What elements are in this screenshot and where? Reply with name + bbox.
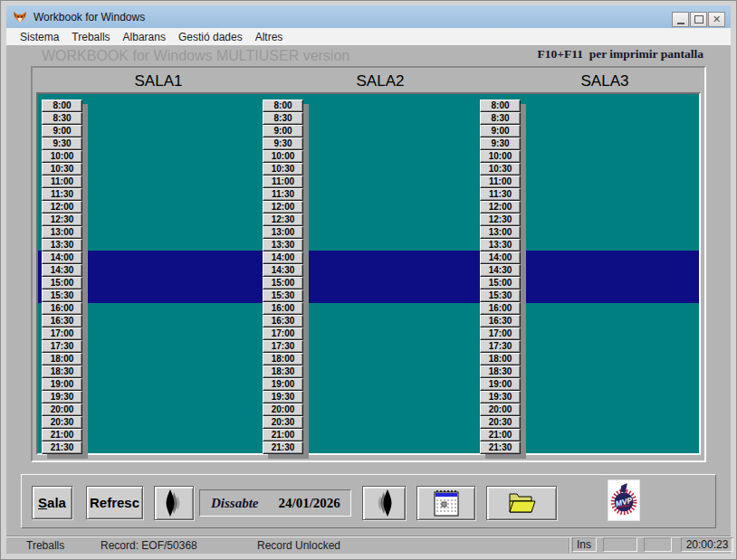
- time-slot-button[interactable]: 13:30: [480, 239, 521, 252]
- time-slot-button[interactable]: 15:30: [263, 289, 303, 302]
- time-slot-button[interactable]: 20:30: [480, 416, 521, 429]
- time-slot-button[interactable]: 15:30: [42, 289, 82, 302]
- maximize-button[interactable]: [690, 12, 707, 27]
- time-slot-button[interactable]: 16:00: [480, 302, 521, 315]
- refresc-button[interactable]: Refresc: [86, 486, 143, 519]
- time-slot-button[interactable]: 16:30: [263, 315, 303, 327]
- time-slot-button[interactable]: 11:00: [480, 176, 521, 188]
- time-slot-button[interactable]: 18:00: [480, 353, 521, 365]
- open-folder-button[interactable]: [486, 486, 557, 520]
- time-slot-button[interactable]: 17:30: [263, 340, 303, 353]
- time-slot-button[interactable]: 9:30: [263, 138, 303, 150]
- time-slot-button[interactable]: 9:30: [480, 138, 521, 150]
- previous-day-button[interactable]: [154, 486, 194, 520]
- time-slot-button[interactable]: 12:30: [42, 214, 82, 226]
- time-slot-button[interactable]: 12:30: [480, 214, 521, 226]
- time-slot-button[interactable]: 21:00: [480, 429, 521, 441]
- time-slot-button[interactable]: 11:30: [42, 188, 82, 201]
- time-slot-button[interactable]: 15:00: [480, 277, 521, 289]
- time-slot-button[interactable]: 10:30: [263, 163, 303, 176]
- time-slot-button[interactable]: 21:00: [263, 429, 303, 441]
- time-slot-button[interactable]: 8:30: [480, 112, 521, 125]
- time-slot-button[interactable]: 17:00: [263, 327, 303, 340]
- time-slot-button[interactable]: 20:00: [42, 403, 82, 416]
- time-slot-button[interactable]: 14:00: [263, 252, 303, 264]
- time-slot-button[interactable]: 17:00: [42, 327, 82, 340]
- time-slot-button[interactable]: 10:30: [42, 163, 82, 176]
- time-slot-button[interactable]: 14:00: [480, 252, 521, 264]
- time-slot-button[interactable]: 11:30: [263, 188, 303, 201]
- menu-item-treballs[interactable]: Treballs: [65, 31, 116, 43]
- prev-diamond-icon: [162, 489, 186, 517]
- app-version-text: WORKBOOK for Windows MULTIUSER version: [42, 48, 349, 64]
- time-slot-button[interactable]: 9:00: [480, 125, 521, 138]
- time-slot-button[interactable]: 15:00: [263, 277, 303, 289]
- time-slot-button[interactable]: 12:30: [263, 214, 303, 226]
- minimize-button[interactable]: [672, 12, 689, 27]
- time-slot-button[interactable]: 19:30: [263, 391, 303, 403]
- time-slot-button[interactable]: 8:00: [263, 100, 303, 112]
- time-slot-button[interactable]: 17:00: [480, 327, 521, 340]
- time-slot-button[interactable]: 20:00: [480, 403, 521, 416]
- time-slot-button[interactable]: 14:30: [42, 264, 82, 277]
- time-slot-button[interactable]: 10:30: [480, 163, 521, 176]
- time-slot-button[interactable]: 19:00: [263, 378, 303, 391]
- menu-item-gestió-dades[interactable]: Gestió dades: [172, 31, 249, 43]
- time-slot-button[interactable]: 18:30: [480, 365, 521, 378]
- time-slot-button[interactable]: 15:30: [480, 289, 521, 302]
- time-slot-button[interactable]: 16:30: [42, 315, 82, 327]
- time-slot-button[interactable]: 14:00: [42, 252, 82, 264]
- time-slot-button[interactable]: 10:00: [480, 150, 521, 163]
- time-slot-button[interactable]: 8:30: [42, 112, 82, 125]
- time-slot-button[interactable]: 16:30: [480, 315, 521, 327]
- time-slot-button[interactable]: 9:00: [42, 125, 82, 138]
- time-slot-button[interactable]: 14:30: [480, 264, 521, 277]
- sala-button[interactable]: Sala: [32, 486, 72, 519]
- time-slot-button[interactable]: 10:00: [263, 150, 303, 163]
- time-slot-button[interactable]: 17:30: [480, 340, 521, 353]
- time-slot-button[interactable]: 20:00: [263, 403, 303, 416]
- time-slot-button[interactable]: 11:00: [42, 176, 82, 188]
- time-slot-button[interactable]: 8:00: [480, 100, 521, 112]
- time-slot-button[interactable]: 13:30: [42, 239, 82, 252]
- time-slot-button[interactable]: 21:30: [263, 441, 303, 454]
- time-slot-button[interactable]: 21:00: [42, 429, 82, 441]
- time-slot-button[interactable]: 12:00: [42, 201, 82, 214]
- time-slot-button[interactable]: 18:00: [42, 353, 82, 365]
- time-slot-button[interactable]: 16:00: [263, 302, 303, 315]
- time-slot-button[interactable]: 11:00: [263, 176, 303, 188]
- time-slot-button[interactable]: 20:30: [263, 416, 303, 429]
- time-slot-button[interactable]: 19:30: [480, 391, 521, 403]
- time-slot-button[interactable]: 20:30: [42, 416, 82, 429]
- time-slot-button[interactable]: 19:00: [42, 378, 82, 391]
- menu-item-albarans[interactable]: Albarans: [117, 31, 172, 43]
- time-slot-button[interactable]: 8:00: [42, 100, 82, 112]
- time-slot-button[interactable]: 13:00: [480, 226, 521, 239]
- time-slot-button[interactable]: 15:00: [42, 277, 82, 289]
- time-slot-button[interactable]: 21:30: [42, 441, 82, 454]
- time-slot-button[interactable]: 18:30: [263, 365, 303, 378]
- time-slot-button[interactable]: 19:30: [42, 391, 82, 403]
- time-slot-button[interactable]: 18:00: [263, 353, 303, 365]
- time-slot-button[interactable]: 14:30: [263, 264, 303, 277]
- menu-item-sistema[interactable]: Sistema: [14, 31, 65, 43]
- time-slot-button[interactable]: 13:30: [263, 239, 303, 252]
- time-slot-button[interactable]: 19:00: [480, 378, 521, 391]
- time-slot-button[interactable]: 17:30: [42, 340, 82, 353]
- time-slot-button[interactable]: 18:30: [42, 365, 82, 378]
- time-slot-button[interactable]: 10:00: [42, 150, 82, 163]
- time-slot-button[interactable]: 8:30: [263, 112, 303, 125]
- close-button[interactable]: ✕: [708, 12, 725, 27]
- next-day-button[interactable]: [362, 486, 406, 520]
- time-slot-button[interactable]: 12:00: [480, 201, 521, 214]
- time-slot-button[interactable]: 21:30: [480, 441, 521, 454]
- time-slot-button[interactable]: 13:00: [42, 226, 82, 239]
- time-slot-button[interactable]: 9:00: [263, 125, 303, 138]
- time-slot-button[interactable]: 11:30: [480, 188, 521, 201]
- menu-item-altres[interactable]: Altres: [249, 31, 290, 43]
- time-slot-button[interactable]: 9:30: [42, 138, 82, 150]
- time-slot-button[interactable]: 13:00: [263, 226, 303, 239]
- time-slot-button[interactable]: 12:00: [263, 201, 303, 214]
- calendar-button[interactable]: [416, 486, 475, 520]
- time-slot-button[interactable]: 16:00: [42, 302, 82, 315]
